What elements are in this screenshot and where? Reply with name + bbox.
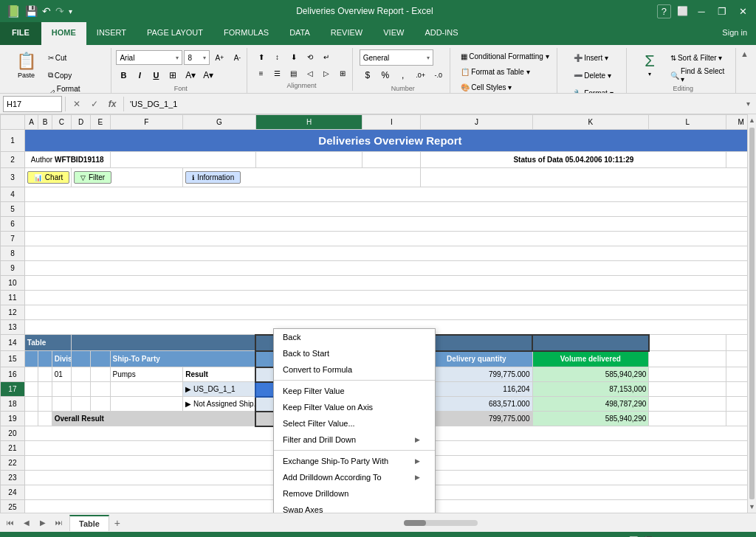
align-right-btn[interactable]: ▤	[286, 66, 301, 80]
sheet-tab-table[interactable]: Table	[69, 515, 109, 531]
tab-file[interactable]: FILE	[0, 22, 41, 45]
r19-vol[interactable]: 585,940,290	[532, 412, 649, 426]
quick-access-redo[interactable]: ↷	[55, 5, 64, 17]
indent-dec-btn[interactable]: ◁	[303, 66, 317, 80]
tab-insert[interactable]: INSERT	[86, 22, 137, 45]
tab-information-cell[interactable]: ℹ Information	[183, 168, 421, 187]
merge-btn[interactable]: ⊞	[335, 66, 350, 80]
help-btn[interactable]: ?	[657, 4, 671, 18]
r18-del[interactable]: 683,571.000	[421, 397, 532, 412]
align-center-btn[interactable]: ☰	[270, 66, 285, 80]
format-btn[interactable]: 🔧Format ▾	[569, 85, 617, 94]
percent-btn[interactable]: %	[377, 67, 394, 83]
scroll-thumb[interactable]	[749, 128, 755, 499]
sheet-nav-last[interactable]: ⏭	[52, 516, 66, 530]
sheet-nav-prev[interactable]: ◀	[19, 516, 34, 530]
align-bot-btn[interactable]: ⬇	[286, 49, 301, 64]
formula-confirm-btn[interactable]: ✓	[86, 96, 103, 112]
menu-item-back-to-start[interactable]: Back to Start	[274, 345, 435, 361]
tab-formulas[interactable]: FORMULAS	[213, 22, 279, 45]
menu-item-back[interactable]: Back	[274, 329, 435, 345]
tab-addins[interactable]: ADD-INS	[414, 22, 468, 45]
col-c[interactable]: C	[52, 115, 71, 130]
name-box[interactable]: H17	[3, 96, 62, 112]
align-top-btn[interactable]: ⬆	[254, 49, 269, 64]
tab-chart-cell[interactable]: 📊 Chart	[24, 168, 71, 187]
r17-del[interactable]: 116,204	[421, 382, 532, 397]
vertical-scrollbar[interactable]: ▲ ▼	[747, 114, 756, 513]
format-painter-button[interactable]: 🖌Format Painter	[44, 85, 105, 94]
menu-item-remove-drilldown[interactable]: Remove Drilldown	[274, 485, 435, 502]
formula-input[interactable]	[127, 100, 740, 108]
r18-vol[interactable]: 498,787,290	[532, 397, 649, 412]
bold-button[interactable]: B	[116, 68, 131, 83]
r16-del[interactable]: 799,775.000	[421, 367, 532, 382]
filter-tab-btn[interactable]: ▽ Filter	[74, 171, 111, 184]
tab-data[interactable]: DATA	[279, 22, 320, 45]
formula-cancel-btn[interactable]: ✕	[69, 96, 85, 112]
title-cell[interactable]: Deliveries Overview Report	[24, 130, 755, 152]
wrap-btn[interactable]: ↵	[319, 49, 334, 64]
paste-button[interactable]: 📋 Paste	[12, 49, 41, 81]
r16-div[interactable]: 01	[52, 367, 71, 382]
col-d[interactable]: D	[71, 115, 90, 130]
r18-ship[interactable]: ▶ Not Assigned Ship...	[183, 397, 256, 412]
col-f[interactable]: F	[110, 115, 183, 130]
information-tab-btn[interactable]: ℹ Information	[185, 171, 241, 184]
r16-pumps[interactable]: Pumps	[110, 367, 183, 382]
col-g[interactable]: G	[183, 115, 256, 130]
col-i[interactable]: I	[362, 115, 421, 130]
conditional-format-btn[interactable]: ▦Conditional Formatting ▾	[457, 49, 552, 63]
underline-button[interactable]: U	[148, 68, 163, 83]
restore-btn[interactable]: ❐	[715, 4, 729, 18]
r17-vol[interactable]: 87,153,000	[532, 382, 649, 397]
ribbon-options-btn[interactable]: ⬜	[677, 6, 688, 16]
font-grow-btn[interactable]: A+	[211, 49, 227, 66]
cut-button[interactable]: ✂Cut	[44, 49, 105, 66]
menu-item-exchange-ship-to-party-with[interactable]: Exchange Ship-To Party With▶	[274, 453, 435, 469]
scroll-down-btn[interactable]: ▼	[748, 501, 756, 513]
dollar-btn[interactable]: $	[360, 67, 376, 83]
tab-filter-cell[interactable]: ▽ Filter	[71, 168, 182, 187]
menu-item-add-drilldown-according-to[interactable]: Add Drilldown According To▶	[274, 469, 435, 485]
find-select-btn[interactable]: 🔍Find & Select ▾	[666, 67, 729, 83]
col-e[interactable]: E	[91, 115, 110, 130]
col-l[interactable]: L	[649, 115, 726, 130]
format-table-btn[interactable]: 📋Format as Table ▾	[457, 65, 533, 79]
quick-access-save[interactable]: 💾	[25, 5, 38, 17]
menu-item-convert-to-formula[interactable]: Convert to Formula	[274, 361, 435, 378]
r17-usdg[interactable]: ▶ US_DG_1_1	[183, 382, 256, 397]
autosum-btn[interactable]: Σ ▾	[636, 49, 663, 80]
formula-expand-btn[interactable]: ▾	[743, 100, 753, 108]
menu-item-keep-filter-value[interactable]: Keep Filter Value	[274, 383, 435, 399]
comma-btn[interactable]: ,	[395, 67, 411, 83]
menu-item-select-filter-value---[interactable]: Select Filter Value...	[274, 415, 435, 432]
cell-styles-btn[interactable]: 🎨Cell Styles ▾	[457, 80, 515, 94]
tab-view[interactable]: VIEW	[373, 22, 414, 45]
indent-inc-btn[interactable]: ▷	[319, 66, 334, 80]
r16-vol[interactable]: 585,940,290	[532, 367, 649, 382]
col-j[interactable]: J	[421, 115, 532, 130]
insert-function-btn[interactable]: fx	[104, 96, 120, 112]
italic-button[interactable]: I	[132, 68, 147, 83]
chart-tab-btn[interactable]: 📊 Chart	[27, 171, 69, 184]
sheet-hscroll[interactable]	[404, 520, 478, 526]
copy-button[interactable]: ⧉Copy	[44, 67, 105, 83]
col-a[interactable]: A	[24, 115, 38, 130]
tab-home[interactable]: HOME	[41, 22, 86, 45]
border-btn[interactable]: ⊞	[165, 67, 181, 83]
ribbon-collapse-btn[interactable]: ▲	[739, 48, 750, 60]
tab-review[interactable]: REVIEW	[320, 22, 373, 45]
sheet-nav-first[interactable]: ⏮	[3, 516, 18, 530]
sort-filter-btn[interactable]: ⇅Sort & Filter ▾	[666, 49, 729, 66]
number-format-combo[interactable]: General▾	[360, 49, 433, 66]
quick-access-undo[interactable]: ↶	[42, 5, 51, 17]
dec-dec-btn[interactable]: -.0	[430, 67, 447, 83]
menu-item-swap-axes[interactable]: Swap Axes	[274, 502, 435, 513]
dec-inc-btn[interactable]: .0+	[413, 67, 429, 83]
fill-color-btn[interactable]: A▾	[182, 67, 199, 83]
menu-item-keep-filter-value-on-axis[interactable]: Keep Filter Value on Axis	[274, 399, 435, 415]
r19-del[interactable]: 799,775.000	[421, 412, 532, 426]
close-btn[interactable]: ✕	[735, 4, 750, 18]
sheet-add-btn[interactable]: +	[109, 515, 126, 531]
